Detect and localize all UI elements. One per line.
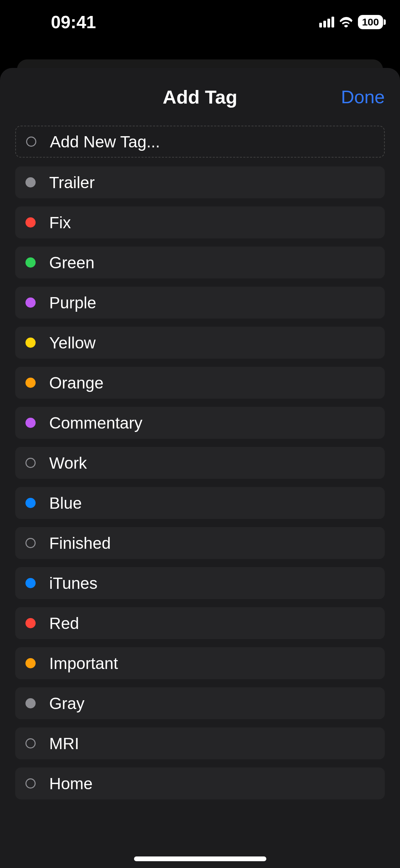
empty-circle-icon xyxy=(25,778,36,789)
tag-color-dot-icon xyxy=(25,498,36,508)
tag-color-dot-icon xyxy=(25,658,36,668)
add-new-tag-label: Add New Tag... xyxy=(50,132,160,151)
done-button[interactable]: Done xyxy=(341,86,385,107)
tag-row[interactable]: Gray xyxy=(15,687,385,719)
empty-circle-icon xyxy=(25,538,36,548)
tag-row[interactable]: Purple xyxy=(15,287,385,319)
sheet-title: Add Tag xyxy=(163,86,237,108)
wifi-icon xyxy=(339,17,353,28)
tag-row[interactable]: Finished xyxy=(15,527,385,559)
tag-label: Work xyxy=(49,454,87,472)
tag-color-dot-icon xyxy=(25,177,36,187)
tag-label: iTunes xyxy=(49,574,97,593)
tag-row[interactable]: Home xyxy=(15,767,385,799)
tag-row[interactable]: Important xyxy=(15,647,385,679)
tag-color-dot-icon xyxy=(25,578,36,588)
cellular-signal-icon xyxy=(319,17,334,28)
tag-color-dot-icon xyxy=(25,217,36,228)
tag-row[interactable]: MRI xyxy=(15,727,385,759)
tag-color-dot-icon xyxy=(25,378,36,388)
tag-label: MRI xyxy=(49,734,79,753)
status-bar: 09:41 100 xyxy=(0,0,400,44)
tag-color-dot-icon xyxy=(25,257,36,268)
empty-circle-icon xyxy=(26,137,36,147)
tag-row[interactable]: Blue xyxy=(15,487,385,519)
tag-row[interactable]: iTunes xyxy=(15,567,385,599)
tag-label: Commentary xyxy=(49,414,142,432)
tag-label: Red xyxy=(49,614,79,633)
tag-color-dot-icon xyxy=(25,297,36,308)
tag-row[interactable]: Yellow xyxy=(15,327,385,359)
status-indicators: 100 xyxy=(319,15,383,29)
tag-row[interactable]: Orange xyxy=(15,367,385,399)
modal-sheet: Add Tag Done Add New Tag... TrailerFixGr… xyxy=(0,68,400,868)
tag-row[interactable]: Red xyxy=(15,607,385,639)
tag-label: Yellow xyxy=(49,333,96,352)
tag-label: Purple xyxy=(49,293,96,312)
tag-row[interactable]: Green xyxy=(15,247,385,278)
empty-circle-icon xyxy=(25,458,36,468)
tag-row[interactable]: Trailer xyxy=(15,166,385,198)
tag-label: Fix xyxy=(49,213,71,232)
add-new-tag-button[interactable]: Add New Tag... xyxy=(15,126,385,158)
tag-row[interactable]: Fix xyxy=(15,206,385,238)
home-indicator[interactable] xyxy=(134,856,266,861)
tag-label: Gray xyxy=(49,694,84,713)
tag-label: Finished xyxy=(49,534,111,553)
battery-icon: 100 xyxy=(358,15,383,29)
tag-label: Trailer xyxy=(49,173,95,192)
tag-color-dot-icon xyxy=(25,618,36,628)
empty-circle-icon xyxy=(25,738,36,748)
tag-color-dot-icon xyxy=(25,418,36,428)
tag-label: Home xyxy=(49,774,93,793)
tag-row[interactable]: Commentary xyxy=(15,407,385,439)
tag-label: Green xyxy=(49,253,94,272)
tag-label: Orange xyxy=(49,374,103,392)
tag-color-dot-icon xyxy=(25,698,36,708)
tag-list: TrailerFixGreenPurpleYellowOrangeComment… xyxy=(15,166,385,799)
status-time: 09:41 xyxy=(51,12,96,32)
tag-color-dot-icon xyxy=(25,338,36,348)
tag-row[interactable]: Work xyxy=(15,447,385,479)
sheet-header: Add Tag Done xyxy=(15,68,385,126)
tag-label: Blue xyxy=(49,494,82,512)
tag-label: Important xyxy=(49,654,118,673)
